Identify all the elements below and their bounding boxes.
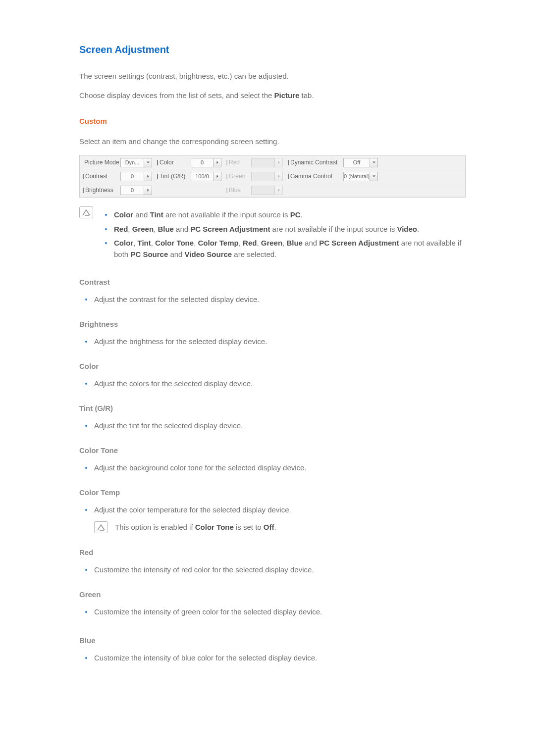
h-colortemp: Color Temp — [79, 487, 466, 499]
intro-2b: Picture — [274, 91, 300, 100]
intro-2: Choose display devices from the list of … — [79, 90, 466, 101]
intro-2c: tab. — [299, 91, 314, 100]
li-contrast: Adjust the contrast for the selected dis… — [79, 294, 466, 305]
h-color: Color — [79, 361, 466, 372]
value-green — [251, 172, 275, 181]
h-brightness: Brightness — [79, 319, 466, 330]
li-green: Customize the intensity of green color f… — [79, 606, 466, 618]
page-title: Screen Adjustment — [79, 42, 466, 57]
value-gamma: 0 (Natural) — [343, 172, 370, 181]
intro-1: The screen settings (contrast, brightnes… — [79, 71, 466, 82]
chevron-down-icon[interactable] — [370, 158, 378, 167]
field-contrast[interactable]: 0 — [118, 169, 154, 183]
field-picture-mode[interactable]: Dyn... — [118, 155, 154, 169]
subnote-colortemp: This option is enabled if Color Tone is … — [94, 521, 466, 533]
value-dynamic-contrast: Off — [343, 158, 370, 167]
h-red: Red — [79, 547, 466, 558]
value-blue — [251, 186, 275, 195]
label-color: Color — [154, 155, 189, 169]
chevron-right-icon[interactable] — [214, 158, 221, 167]
note-1: Color and Tint are not available if the … — [99, 209, 466, 221]
field-blue — [249, 183, 285, 197]
label-picture-mode: Picture Mode — [80, 155, 118, 169]
li-red: Customize the intensity of red color for… — [79, 564, 466, 576]
value-color: 0 — [191, 158, 214, 167]
h-green: Green — [79, 589, 466, 601]
note-2: Red, Green, Blue and PC Screen Adjustmen… — [99, 224, 466, 235]
label-red: Red — [223, 155, 249, 169]
custom-desc: Select an item and change the correspond… — [79, 136, 466, 148]
li-blue: Customize the intensity of blue color fo… — [79, 653, 466, 664]
value-tint: 100/0 — [191, 172, 214, 181]
note-icon — [79, 206, 93, 218]
note-list: Color and Tint are not available if the … — [99, 206, 466, 263]
label-contrast: Contrast — [80, 169, 118, 183]
chevron-right-icon[interactable] — [144, 186, 152, 195]
chevron-right-icon[interactable] — [144, 172, 152, 181]
chevron-down-icon[interactable] — [370, 172, 378, 181]
field-tint[interactable]: 100/0 — [189, 169, 223, 183]
label-dynamic-contrast: Dynamic Contrast — [285, 155, 341, 169]
chevron-right-icon — [275, 186, 283, 195]
label-tint: Tint (G/R) — [154, 169, 189, 183]
chevron-right-icon — [275, 172, 283, 181]
h-tint: Tint (G/R) — [79, 403, 466, 414]
value-red — [251, 158, 275, 167]
note-3: Color, Tint, Color Tone, Color Temp, Red… — [99, 238, 466, 260]
note-icon — [94, 521, 108, 533]
field-dynamic-contrast[interactable]: Off — [341, 155, 380, 169]
value-brightness: 0 — [120, 186, 144, 195]
chevron-right-icon — [275, 158, 283, 167]
li-tint: Adjust the tint for the selected display… — [79, 420, 466, 432]
li-colortemp: Adjust the color temperature for the sel… — [79, 504, 466, 516]
field-brightness[interactable]: 0 — [118, 183, 154, 197]
li-colortone: Adjust the background color tone for the… — [79, 462, 466, 474]
field-green — [249, 169, 285, 183]
chevron-right-icon[interactable] — [214, 172, 221, 181]
chevron-down-icon[interactable] — [144, 158, 152, 167]
label-green: Green — [223, 169, 249, 183]
h-colortone: Color Tone — [79, 445, 466, 456]
settings-panel: Picture Mode Dyn... Color 0 Red Dynamic … — [79, 155, 466, 198]
note-block: Color and Tint are not available if the … — [79, 206, 466, 263]
label-blue: Blue — [223, 183, 249, 197]
value-picture-mode: Dyn... — [120, 158, 144, 167]
li-brightness: Adjust the brightness for the selected d… — [79, 336, 466, 348]
field-gamma[interactable]: 0 (Natural) — [341, 169, 380, 183]
subnote-text: This option is enabled if Color Tone is … — [115, 522, 276, 533]
field-red — [249, 155, 285, 169]
li-color: Adjust the colors for the selected displ… — [79, 378, 466, 390]
intro-2a: Choose display devices from the list of … — [79, 91, 274, 100]
h-blue: Blue — [79, 635, 466, 647]
field-color[interactable]: 0 — [189, 155, 223, 169]
h-contrast: Contrast — [79, 277, 466, 288]
custom-heading: Custom — [79, 116, 466, 127]
label-gamma: Gamma Control — [285, 169, 341, 183]
label-brightness: Brightness — [80, 183, 118, 197]
value-contrast: 0 — [120, 172, 144, 181]
